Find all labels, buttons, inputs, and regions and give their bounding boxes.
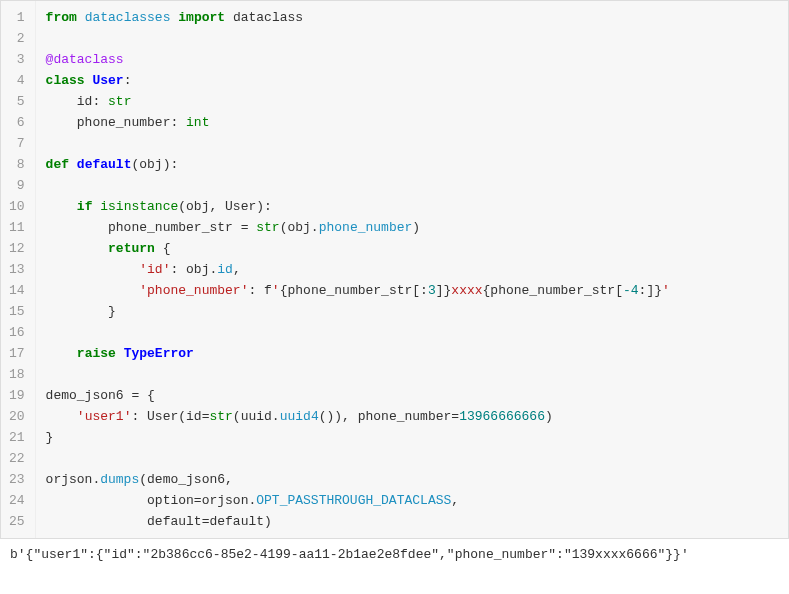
code-line[interactable]: [46, 322, 778, 343]
line-number: 13: [9, 259, 25, 280]
code-token: default=default): [46, 514, 272, 529]
code-token: dataclass: [233, 10, 303, 25]
code-line[interactable]: from dataclasses import dataclass: [46, 7, 778, 28]
code-token: str: [209, 409, 232, 424]
code-token: id: [217, 262, 233, 277]
code-line[interactable]: [46, 133, 778, 154]
code-token: isinstance: [100, 199, 178, 214]
code-line[interactable]: default=default): [46, 511, 778, 532]
code-token: [69, 157, 77, 172]
code-token: class: [46, 73, 85, 88]
code-line[interactable]: }: [46, 301, 778, 322]
code-line[interactable]: def default(obj):: [46, 154, 778, 175]
code-token: ,: [451, 493, 459, 508]
line-number: 17: [9, 343, 25, 364]
code-token: @dataclass: [46, 52, 124, 67]
code-token: (demo_json6,: [139, 472, 233, 487]
code-token: if: [77, 199, 93, 214]
code-token: :: [124, 73, 132, 88]
code-token: return: [108, 241, 155, 256]
code-token: -4: [623, 283, 639, 298]
code-token: : obj.: [170, 262, 217, 277]
code-token: phone_number_str =: [46, 220, 257, 235]
code-line[interactable]: class User:: [46, 70, 778, 91]
code-token: phone_number: [319, 220, 413, 235]
code-token: 'id': [139, 262, 170, 277]
code-token: orjson.: [46, 472, 101, 487]
code-token: ()), phone_number=: [319, 409, 459, 424]
line-number-gutter: 1234567891011121314151617181920212223242…: [1, 1, 36, 538]
code-token: ,: [233, 262, 241, 277]
code-token: ': [662, 283, 670, 298]
code-line[interactable]: orjson.dumps(demo_json6,: [46, 469, 778, 490]
code-token: 'phone_number': [139, 283, 248, 298]
code-area[interactable]: from dataclasses import dataclass @datac…: [36, 1, 788, 538]
code-line[interactable]: raise TypeError: [46, 343, 778, 364]
code-token: [46, 346, 77, 361]
code-token: uuid4: [280, 409, 319, 424]
code-token: [46, 409, 77, 424]
code-token: OPT_PASSTHROUGH_DATACLASS: [256, 493, 451, 508]
code-token: TypeError: [124, 346, 194, 361]
line-number: 19: [9, 385, 25, 406]
code-token: 3: [428, 283, 436, 298]
line-number: 8: [9, 154, 25, 175]
code-token: [46, 199, 77, 214]
code-token: [225, 10, 233, 25]
code-line[interactable]: phone_number: int: [46, 112, 778, 133]
code-line[interactable]: if isinstance(obj, User):: [46, 196, 778, 217]
code-line[interactable]: @dataclass: [46, 49, 778, 70]
line-number: 6: [9, 112, 25, 133]
code-line[interactable]: [46, 175, 778, 196]
line-number: 12: [9, 238, 25, 259]
code-token: :]}: [639, 283, 662, 298]
line-number: 25: [9, 511, 25, 532]
code-token: [46, 241, 108, 256]
code-line[interactable]: 'phone_number': f'{phone_number_str[:3]}…: [46, 280, 778, 301]
code-line[interactable]: [46, 364, 778, 385]
code-line[interactable]: 'user1': User(id=str(uuid.uuid4()), phon…: [46, 406, 778, 427]
code-token: [116, 346, 124, 361]
line-number: 2: [9, 28, 25, 49]
code-token: int: [186, 115, 209, 130]
code-token: (obj, User):: [178, 199, 272, 214]
code-token: default: [77, 157, 132, 172]
code-token: phone_number:: [46, 115, 186, 130]
line-number: 23: [9, 469, 25, 490]
code-token: (obj.: [280, 220, 319, 235]
code-line[interactable]: }: [46, 427, 778, 448]
code-token: ): [412, 220, 420, 235]
code-token: {phone_number_str[:: [280, 283, 428, 298]
code-token: : f: [248, 283, 271, 298]
code-token: dataclasses: [85, 10, 171, 25]
code-line[interactable]: [46, 448, 778, 469]
code-token: ': [272, 283, 280, 298]
line-number: 21: [9, 427, 25, 448]
code-token: raise: [77, 346, 116, 361]
code-token: str: [256, 220, 279, 235]
code-token: [46, 262, 140, 277]
code-line[interactable]: demo_json6 = {: [46, 385, 778, 406]
line-number: 16: [9, 322, 25, 343]
code-line[interactable]: return {: [46, 238, 778, 259]
code-token: from: [46, 10, 77, 25]
code-token: }: [46, 430, 54, 445]
code-token: 13966666666: [459, 409, 545, 424]
code-block: 1234567891011121314151617181920212223242…: [0, 0, 789, 539]
code-line[interactable]: option=orjson.OPT_PASSTHROUGH_DATACLASS,: [46, 490, 778, 511]
code-token: ]}: [436, 283, 452, 298]
code-token: [46, 283, 140, 298]
code-line[interactable]: id: str: [46, 91, 778, 112]
code-line[interactable]: [46, 28, 778, 49]
code-token: (uuid.: [233, 409, 280, 424]
line-number: 22: [9, 448, 25, 469]
code-token: [77, 10, 85, 25]
code-token: User: [92, 73, 123, 88]
code-token: {: [155, 241, 171, 256]
code-line[interactable]: 'id': obj.id,: [46, 259, 778, 280]
code-line[interactable]: phone_number_str = str(obj.phone_number): [46, 217, 778, 238]
code-token: : User(id=: [131, 409, 209, 424]
code-token: {phone_number_str[: [483, 283, 623, 298]
line-number: 7: [9, 133, 25, 154]
output-block: b'{"user1":{"id":"2b386cc6-85e2-4199-aa1…: [0, 539, 789, 570]
